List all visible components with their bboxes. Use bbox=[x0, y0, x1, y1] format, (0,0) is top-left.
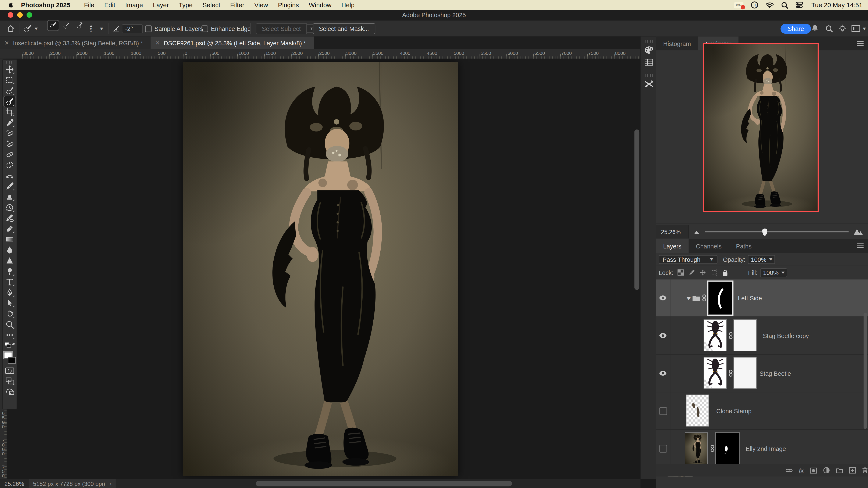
discover-lightbulb-icon[interactable] bbox=[839, 21, 846, 37]
layer-mask-thumbnail[interactable] bbox=[716, 433, 739, 464]
quick-mask-mode-button[interactable] bbox=[4, 365, 16, 376]
menu-item[interactable]: View bbox=[254, 2, 268, 8]
new-selection-mode-button[interactable] bbox=[48, 21, 59, 31]
workspace-switcher-icon[interactable] bbox=[851, 21, 860, 37]
layer-style-fx-icon[interactable]: fx bbox=[799, 467, 804, 474]
layer-row-stag-beetle[interactable]: Stag Beetle bbox=[656, 355, 868, 392]
crop-tool[interactable] bbox=[4, 107, 16, 117]
healing-brush-tool[interactable] bbox=[4, 149, 16, 160]
close-tab-icon[interactable]: ✕ bbox=[155, 40, 160, 46]
layer-thumbnail[interactable] bbox=[685, 433, 707, 464]
layer-thumbnail[interactable] bbox=[704, 320, 726, 351]
layer-name[interactable]: Left Side bbox=[738, 295, 762, 301]
spot-healing-brush-tool[interactable] bbox=[4, 138, 16, 149]
vertical-scrollbar[interactable] bbox=[634, 129, 640, 290]
adjustment-layer-icon[interactable] bbox=[823, 467, 830, 474]
eye-icon[interactable] bbox=[659, 333, 666, 338]
tab-histogram[interactable]: Histogram bbox=[656, 36, 698, 50]
lock-transparency-icon[interactable] bbox=[678, 269, 684, 275]
status-zoom-level[interactable]: 25.26% bbox=[4, 480, 24, 487]
lock-artboard-icon[interactable] bbox=[711, 269, 717, 276]
opacity-value[interactable]: 100%▼ bbox=[748, 255, 775, 264]
eraser-tool[interactable] bbox=[4, 223, 16, 234]
zoom-out-mountain-icon[interactable] bbox=[693, 229, 701, 234]
app-menu-title[interactable]: Photoshop 2025 bbox=[21, 2, 70, 8]
notifications-bell-icon[interactable] bbox=[811, 21, 819, 37]
layer-row-clone-stamp[interactable]: Clone Stamp bbox=[656, 392, 868, 430]
sample-all-layers-checkbox[interactable]: Sample All Layers bbox=[145, 21, 203, 37]
menu-item[interactable]: Select bbox=[203, 2, 220, 8]
foreground-background-swatches[interactable] bbox=[4, 352, 16, 364]
type-tool[interactable] bbox=[4, 276, 16, 287]
menu-item[interactable]: Window bbox=[309, 2, 332, 8]
layer-row-stag-beetle-copy[interactable]: Stag Beetle copy bbox=[656, 317, 868, 355]
layer-name[interactable]: Stag Beetle copy bbox=[763, 332, 809, 339]
menu-item[interactable]: Filter bbox=[230, 2, 244, 8]
panel-menu-icon[interactable] bbox=[857, 41, 864, 46]
layer-mask-thumbnail[interactable] bbox=[734, 358, 756, 388]
new-layer-icon[interactable] bbox=[849, 467, 856, 474]
menu-item[interactable]: Layer bbox=[153, 2, 169, 8]
toolbar-grip[interactable] bbox=[6, 61, 13, 64]
menu-item[interactable]: Edit bbox=[104, 2, 115, 8]
visibility-toggle-empty[interactable] bbox=[659, 445, 667, 452]
selection-brush-tool[interactable] bbox=[4, 96, 16, 106]
navigator-zoom-slider[interactable] bbox=[705, 231, 848, 232]
brush-tool[interactable] bbox=[4, 181, 16, 192]
swatches-panel-icon[interactable] bbox=[641, 56, 656, 68]
layer-row-elly-2nd-image[interactable]: Elly 2nd Image bbox=[656, 430, 868, 468]
link-layers-icon[interactable] bbox=[785, 467, 793, 473]
move-tool[interactable] bbox=[4, 64, 16, 75]
layer-name[interactable]: Elly 2nd Image bbox=[746, 446, 786, 452]
select-subject-button[interactable]: Select Subject▼ bbox=[256, 21, 317, 37]
layer-name[interactable]: Clone Stamp bbox=[716, 408, 751, 414]
navigator-proxy-preview[interactable] bbox=[704, 44, 818, 211]
document-tab-dscf9261[interactable]: ✕ DSCF9261.psd @ 25.3% (Left Side, Layer… bbox=[151, 36, 314, 49]
blend-mode-dropdown[interactable]: Pass Through▼ bbox=[659, 255, 717, 264]
document-canvas-image[interactable] bbox=[183, 62, 458, 476]
sharpen-tool[interactable] bbox=[4, 255, 16, 266]
eye-icon[interactable] bbox=[659, 371, 666, 376]
add-selection-mode-button[interactable] bbox=[61, 21, 72, 31]
content-aware-move-tool[interactable] bbox=[4, 170, 16, 181]
document-size-readout[interactable]: 5152 px x 7728 px (300 ppi) › bbox=[29, 479, 116, 488]
delete-layer-trash-icon[interactable] bbox=[862, 467, 868, 474]
status-chevron-icon[interactable]: › bbox=[110, 480, 112, 487]
mask-link-icon[interactable] bbox=[710, 445, 715, 452]
menu-item[interactable]: Plugins bbox=[278, 2, 299, 8]
tab-layers[interactable]: Layers bbox=[656, 239, 689, 253]
screen-mode-button[interactable] bbox=[4, 376, 16, 386]
canvas-area[interactable] bbox=[6, 59, 641, 479]
tab-channels[interactable]: Channels bbox=[689, 239, 729, 253]
enhance-edge-checkbox[interactable]: Enhance Edge bbox=[202, 21, 251, 37]
home-icon[interactable] bbox=[6, 21, 15, 37]
workspace-chevron-icon[interactable]: ▼ bbox=[863, 21, 866, 37]
pen-tool[interactable] bbox=[4, 287, 16, 298]
lasso-tool[interactable] bbox=[4, 85, 16, 96]
new-group-icon[interactable] bbox=[836, 467, 843, 474]
brush-size-chevron[interactable]: ▼ bbox=[100, 21, 103, 37]
document-tab-insecticide[interactable]: ✕ Insecticide.psd @ 33.3% (Stag Beetle, … bbox=[0, 36, 151, 49]
add-mask-icon[interactable] bbox=[810, 467, 817, 474]
subtract-selection-mode-button[interactable] bbox=[74, 21, 85, 31]
apple-menu-icon[interactable] bbox=[6, 1, 13, 9]
lock-pixels-icon[interactable] bbox=[689, 269, 695, 275]
layer-row-left-side[interactable]: ▼ Left Side bbox=[656, 280, 868, 317]
tool-presets-panel-icon[interactable] bbox=[641, 78, 656, 90]
menu-item[interactable]: File bbox=[84, 2, 94, 8]
zoom-in-mountain-icon[interactable] bbox=[853, 228, 864, 236]
wd-utility-icon[interactable]: WD bbox=[734, 2, 743, 8]
patch-tool[interactable] bbox=[4, 160, 16, 170]
layer-thumbnail[interactable] bbox=[704, 358, 726, 388]
clone-stamp-tool[interactable] bbox=[4, 192, 16, 202]
creative-cloud-icon[interactable] bbox=[750, 1, 758, 9]
path-selection-tool[interactable] bbox=[4, 298, 16, 308]
layers-scrollbar[interactable] bbox=[864, 313, 867, 429]
color-panel-icon[interactable] bbox=[641, 44, 656, 56]
group-expand-chevron[interactable]: ▼ bbox=[685, 296, 692, 301]
layer-mask-thumbnail[interactable] bbox=[708, 282, 733, 315]
search-icon[interactable] bbox=[826, 21, 833, 37]
share-button[interactable]: Share bbox=[780, 21, 811, 37]
tab-paths[interactable]: Paths bbox=[729, 239, 758, 253]
eye-icon[interactable] bbox=[659, 295, 666, 300]
